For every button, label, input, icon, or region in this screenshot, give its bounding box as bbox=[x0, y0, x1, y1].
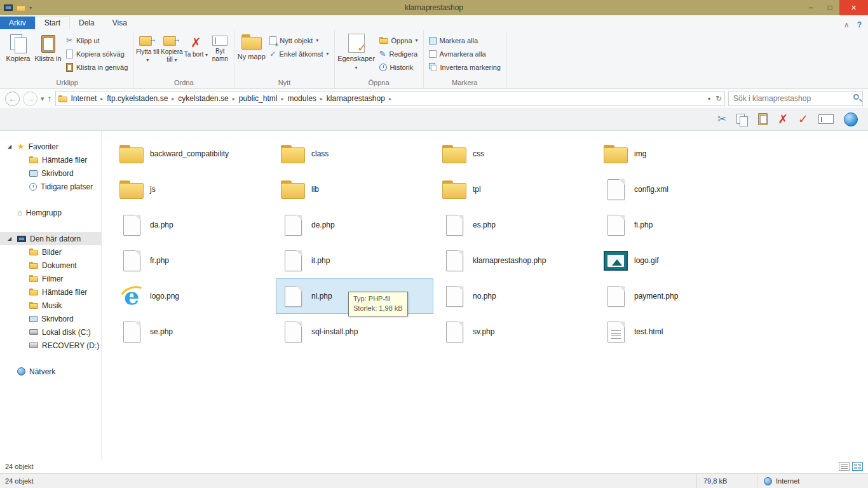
rename-button[interactable]: Byt namn bbox=[208, 31, 232, 74]
breadcrumb-item[interactable]: modules bbox=[285, 93, 318, 104]
file-item[interactable]: lib bbox=[276, 172, 433, 207]
recent-locations-chevron-icon[interactable]: ▾ bbox=[41, 95, 44, 103]
copy-path-button[interactable]: Kopiera sökväg bbox=[63, 47, 131, 60]
new-item-button[interactable]: Nytt objekt ▾ bbox=[266, 34, 332, 47]
file-item[interactable]: css bbox=[437, 136, 595, 172]
sidebar-item-recovery-d[interactable]: RECOVERY (D:) bbox=[0, 339, 101, 352]
minimize-ribbon-icon[interactable]: ∧ bbox=[844, 20, 850, 29]
file-item[interactable]: payment.php bbox=[599, 278, 756, 314]
paste-button[interactable]: Klistra in bbox=[33, 31, 63, 74]
file-item[interactable]: class bbox=[276, 136, 433, 172]
delete-button[interactable]: ✗ Ta bort ▾ bbox=[184, 31, 208, 74]
hard-drive-icon bbox=[29, 329, 38, 335]
sidebar-item-lokal-disk-c[interactable]: Lokal disk (C:) bbox=[0, 325, 101, 339]
tab-visa[interactable]: Visa bbox=[104, 17, 136, 29]
copy-button[interactable]: Kopiera bbox=[3, 31, 33, 74]
file-item[interactable]: logo.gif bbox=[599, 243, 756, 278]
globe-icon[interactable] bbox=[844, 112, 858, 126]
file-item[interactable]: sql-install.php bbox=[276, 314, 433, 349]
new-folder-button[interactable]: Ny mapp bbox=[236, 31, 266, 74]
sidebar-item-dokument[interactable]: Dokument bbox=[0, 259, 101, 272]
file-item[interactable]: it.php bbox=[276, 243, 433, 278]
qat-customize-chevron-icon[interactable]: ▾ bbox=[29, 5, 32, 11]
help-icon[interactable]: ? bbox=[857, 20, 862, 29]
sidebar-section-den-har-datorn[interactable]: ◢ Den här datorn bbox=[0, 232, 101, 245]
file-item[interactable]: fi.php bbox=[599, 207, 756, 243]
cut-icon[interactable]: ✂ bbox=[717, 112, 726, 126]
sidebar-item-skrivbord[interactable]: Skrivbord bbox=[0, 166, 101, 180]
search-input[interactable] bbox=[728, 91, 863, 106]
button-label: Invertera markering bbox=[440, 64, 501, 71]
minimize-button[interactable]: – bbox=[801, 0, 820, 15]
breadcrumb-item[interactable]: Internet bbox=[69, 93, 99, 104]
thumbnails-view-icon[interactable] bbox=[852, 462, 863, 471]
file-item[interactable]: sv.php bbox=[437, 314, 595, 349]
up-button[interactable]: ↑ bbox=[48, 93, 52, 104]
file-item[interactable]: backward_compatibility bbox=[114, 136, 272, 172]
forward-button[interactable]: → bbox=[23, 92, 37, 106]
file-name: config.xml bbox=[634, 185, 668, 194]
confirm-check-icon[interactable]: ✓ bbox=[798, 113, 808, 125]
details-view-icon[interactable] bbox=[839, 462, 850, 471]
sidebar-item-skrivbord-pc[interactable]: Skrivbord bbox=[0, 312, 101, 325]
breadcrumb-item[interactable]: public_html bbox=[237, 93, 280, 104]
back-button[interactable]: ← bbox=[5, 92, 20, 106]
address-dropdown-icon[interactable]: ▾ bbox=[708, 96, 710, 102]
folder-icon bbox=[119, 179, 144, 200]
file-item[interactable]: de.php bbox=[276, 207, 433, 243]
sidebar-item-hamtade-filer[interactable]: Hämtade filer bbox=[0, 153, 101, 166]
file-item[interactable]: no.php bbox=[437, 278, 595, 314]
breadcrumb-separator-icon: ▸ bbox=[281, 96, 283, 102]
sidebar-section-natverk[interactable]: Nätverk bbox=[0, 365, 101, 378]
expand-triangle-icon[interactable]: ◢ bbox=[8, 144, 11, 149]
delete-icon[interactable]: ✗ bbox=[778, 113, 788, 125]
sidebar-section-favoriter[interactable]: ◢ ★ Favoriter bbox=[0, 140, 101, 153]
history-button[interactable]: Historik bbox=[376, 60, 421, 74]
invert-selection-button[interactable]: Invertera markering bbox=[426, 60, 504, 74]
file-item[interactable]: da.php bbox=[114, 207, 272, 243]
maximize-button[interactable]: □ bbox=[820, 0, 839, 15]
breadcrumb-bar[interactable]: Internet▸ftp.cykelstaden.se▸cykelstaden.… bbox=[55, 91, 725, 106]
tab-start[interactable]: Start bbox=[35, 16, 70, 29]
sidebar-item-musik[interactable]: Musik bbox=[0, 299, 101, 312]
properties-button[interactable]: Egenskaper ▾ bbox=[337, 31, 376, 74]
select-all-button[interactable]: Markera alla bbox=[426, 34, 504, 47]
file-item[interactable]: config.xml bbox=[599, 172, 756, 207]
qat-folder-icon[interactable] bbox=[17, 4, 25, 11]
paste-shortcut-button[interactable]: Klistra in genväg bbox=[63, 60, 131, 74]
sidebar-section-hemgrupp[interactable]: ⌂ Hemgrupp bbox=[0, 206, 101, 219]
move-to-button[interactable]: Flytta till ▾ bbox=[135, 31, 159, 74]
file-item[interactable]: se.php bbox=[114, 314, 272, 349]
breadcrumb-item[interactable]: klarnaprestashop bbox=[325, 93, 387, 104]
edit-button[interactable]: ✎ Redigera bbox=[376, 47, 421, 60]
easy-access-button[interactable]: ✓ Enkel åtkomst ▾ bbox=[266, 47, 332, 60]
file-item[interactable]: tpl bbox=[437, 172, 595, 207]
file-item[interactable]: elogo.png bbox=[114, 278, 272, 314]
button-label: Enkel åtkomst bbox=[279, 50, 323, 58]
open-button[interactable]: Öppna ▾ bbox=[376, 34, 421, 47]
refresh-icon[interactable]: ↻ bbox=[715, 94, 722, 103]
close-button[interactable]: × bbox=[839, 0, 868, 15]
expand-triangle-icon[interactable]: ◢ bbox=[8, 236, 11, 241]
sidebar-item-hamtade-filer-pc[interactable]: Hämtade filer bbox=[0, 285, 101, 299]
file-item[interactable]: es.php bbox=[437, 207, 595, 243]
file-item[interactable]: js bbox=[114, 172, 272, 207]
cut-button[interactable]: ✂ Klipp ut bbox=[63, 34, 131, 47]
sidebar-item-filmer[interactable]: Filmer bbox=[0, 272, 101, 285]
search-icon[interactable] bbox=[853, 94, 859, 100]
copy-to-button[interactable]: Kopiera till ▾ bbox=[159, 31, 184, 74]
select-none-button[interactable]: Avmarkera alla bbox=[426, 47, 504, 60]
rename-field-icon[interactable] bbox=[818, 114, 834, 124]
paste-icon[interactable] bbox=[758, 113, 768, 125]
sidebar-item-bilder[interactable]: Bilder bbox=[0, 245, 101, 259]
tab-arkiv[interactable]: Arkiv bbox=[0, 17, 35, 29]
file-item[interactable]: img bbox=[599, 136, 756, 172]
tab-dela[interactable]: Dela bbox=[70, 17, 104, 29]
breadcrumb-item[interactable]: cykelstaden.se bbox=[176, 93, 230, 104]
breadcrumb-item[interactable]: ftp.cykelstaden.se bbox=[105, 93, 170, 104]
sidebar-item-tidigare-platser[interactable]: Tidigare platser bbox=[0, 180, 101, 193]
file-item[interactable]: klarnaprestashop.php bbox=[437, 243, 595, 278]
file-item[interactable]: test.html bbox=[599, 314, 756, 349]
file-item[interactable]: fr.php bbox=[114, 243, 272, 278]
copy-icon[interactable] bbox=[736, 114, 748, 125]
